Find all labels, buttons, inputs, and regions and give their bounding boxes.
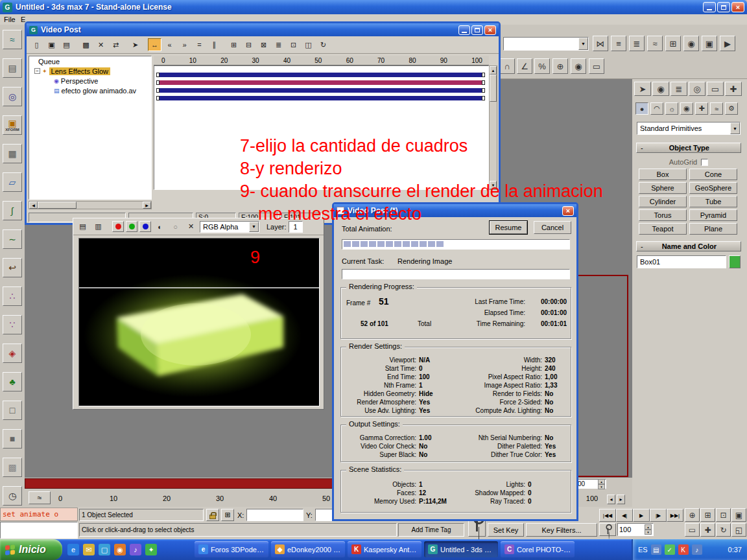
key-filters-button[interactable]: Key Filters...	[526, 523, 597, 537]
language-indicator[interactable]: ES	[638, 546, 648, 554]
red-channel-icon[interactable]	[112, 221, 124, 232]
material-editor-icon[interactable]: ◉	[683, 36, 699, 51]
volume-tray-icon[interactable]: ♪	[692, 544, 702, 555]
zoom-extents-icon[interactable]: ⊡	[716, 508, 731, 522]
make-same-size-icon[interactable]: =	[193, 38, 206, 51]
cat-cameras[interactable]: ◉	[680, 102, 693, 115]
pyramid-button[interactable]: Pyramid	[689, 209, 737, 221]
mirror-icon[interactable]: ⋈	[593, 36, 608, 51]
next-key-icon[interactable]: ▸	[617, 495, 625, 504]
spinner-icon[interactable]: ▴▾	[598, 479, 605, 489]
region-zoom-icon[interactable]: ▭	[685, 523, 700, 537]
atoms-icon[interactable]: ∵	[3, 315, 22, 334]
play-icon[interactable]: ▶	[633, 509, 650, 522]
restore-icon[interactable]	[471, 25, 483, 35]
snaps-toggle-icon[interactable]: ∩	[499, 58, 515, 74]
cube-icon[interactable]: ■	[3, 429, 22, 449]
tab-hierarchy[interactable]: ≣	[670, 82, 687, 96]
tab-modify[interactable]: ◉	[652, 82, 669, 96]
zoom-all-icon[interactable]: ⊞	[700, 508, 715, 522]
object-name-field[interactable]: Box01	[637, 255, 726, 268]
clear-icon[interactable]: ✕	[184, 220, 198, 233]
task-corel[interactable]: CCorel PHOTO-PA...	[501, 541, 575, 557]
add-image-input-icon[interactable]: ⊟	[242, 38, 255, 51]
go-to-start-icon[interactable]: |◀◀	[599, 509, 616, 522]
wave-icon[interactable]: ≈	[3, 30, 22, 49]
resume-button[interactable]: Resume	[490, 221, 527, 234]
music-icon[interactable]: ♪	[130, 544, 141, 555]
queue-item[interactable]: ▤efecto glow animado.av	[29, 86, 151, 95]
cylinder-button[interactable]: Cylinder	[639, 196, 687, 207]
add-image-output-icon[interactable]: ⊡	[287, 38, 300, 51]
object-type-rollout[interactable]: - Object Type	[636, 143, 741, 153]
tab-motion[interactable]: ◎	[689, 82, 706, 96]
min-max-toggle-icon[interactable]: ◱	[731, 523, 746, 537]
camera-icon[interactable]: ◉	[571, 58, 586, 74]
quick-render-icon[interactable]: ▶	[720, 36, 735, 51]
curve-icon[interactable]: ∼	[3, 229, 22, 249]
align-left-icon[interactable]: «	[163, 38, 176, 51]
mini-curve-editor-button[interactable]: ≈	[29, 491, 51, 504]
close-icon[interactable]: ×	[562, 206, 574, 216]
edit-range-bar-icon[interactable]: ↔	[148, 38, 161, 51]
maxscript-listener-output[interactable]	[0, 522, 78, 539]
queue-item[interactable]: ◉Perspective	[29, 76, 151, 86]
antivirus-tray-icon[interactable]: K	[678, 544, 689, 555]
cat-geometry[interactable]: ●	[635, 102, 648, 115]
green-channel-icon[interactable]	[126, 221, 137, 232]
tube-button[interactable]: Tube	[689, 196, 737, 207]
stack-icon[interactable]: ▦	[3, 144, 22, 163]
window-titlebar[interactable]: G Untitled - 3ds max 7 - Stand-alone Lic…	[0, 0, 747, 14]
cancel-button[interactable]: Cancel	[534, 221, 571, 234]
curve-editor-icon[interactable]: ≈	[647, 36, 663, 51]
particles-icon[interactable]: ∴	[3, 286, 22, 306]
xform-icon[interactable]: ▣XFORM	[3, 115, 22, 135]
magnifier-icon[interactable]: ⊕	[552, 58, 568, 74]
clock-icon[interactable]: ◷	[3, 486, 22, 506]
monochrome-icon[interactable]: ○	[169, 220, 182, 233]
cone-button[interactable]: Cone	[689, 169, 737, 180]
previous-frame-icon[interactable]: ◀|	[616, 509, 633, 522]
dropdown-arrow-icon[interactable]: ▼	[578, 38, 588, 50]
add-scene-event-icon[interactable]: ⊞	[227, 38, 241, 51]
maxscript-listener[interactable]: set animate o	[0, 508, 78, 521]
shield-tray-icon[interactable]: ✓	[665, 544, 675, 555]
ie-icon[interactable]: e	[67, 544, 79, 555]
alpha-channel-icon[interactable]: ◐	[153, 220, 167, 233]
torus-button[interactable]: Torus	[639, 209, 687, 221]
box-button[interactable]: Box	[639, 169, 687, 180]
container-icon[interactable]: ▤	[3, 58, 22, 78]
task-edonkey[interactable]: ◆eDonkey2000 : D...	[271, 541, 345, 557]
object-color-swatch[interactable]	[729, 255, 741, 268]
absolute-mode-icon[interactable]: ⊞	[221, 509, 234, 521]
mail-icon[interactable]: ✉	[83, 544, 95, 555]
queue-item[interactable]: Queue	[29, 56, 151, 66]
close-icon[interactable]: ×	[731, 2, 744, 12]
render-scene-icon[interactable]: ▣	[702, 36, 717, 51]
next-frame-icon[interactable]: |▶	[650, 509, 667, 522]
task-kaspersky[interactable]: KKaspersky Anti-Vi...	[348, 541, 421, 557]
spline-icon[interactable]: ∫	[3, 201, 22, 220]
task-3dsmax[interactable]: GUntitled - 3ds ma...	[424, 541, 498, 557]
set-key-button[interactable]: Set Key	[488, 523, 524, 537]
x-coord-field[interactable]	[246, 509, 303, 521]
queue-item-selected[interactable]: −✦Lens Effects Glow	[29, 66, 151, 76]
teapot-button[interactable]: Teapot	[639, 223, 687, 235]
tab-display[interactable]: ▭	[707, 82, 724, 96]
hook-icon[interactable]: ↩	[3, 258, 22, 277]
zoom-icon[interactable]: ⊕	[685, 508, 700, 522]
cube-shaded-icon[interactable]: ▩	[3, 458, 22, 477]
swap-events-icon[interactable]: ⇄	[109, 38, 123, 51]
spinner-icon[interactable]: ▴▾	[645, 524, 652, 535]
percent-snap-icon[interactable]: %	[534, 58, 550, 74]
pan-icon[interactable]: ✚	[700, 523, 715, 537]
task-foros[interactable]: eForos 3DPoder - ...	[195, 541, 268, 557]
monitor-icon[interactable]: ▭	[589, 58, 604, 74]
lattice-icon[interactable]: ◈	[3, 344, 22, 363]
menu-file[interactable]: File	[4, 16, 16, 23]
delete-current-event-icon[interactable]: ✕	[94, 38, 108, 51]
open-sequence-icon[interactable]: ▣	[45, 38, 58, 51]
current-frame-field[interactable]: 100 ▴▾	[617, 523, 654, 536]
schematic-view-icon[interactable]: ⊞	[665, 36, 681, 51]
add-image-filter-icon[interactable]: ⊠	[257, 38, 270, 51]
